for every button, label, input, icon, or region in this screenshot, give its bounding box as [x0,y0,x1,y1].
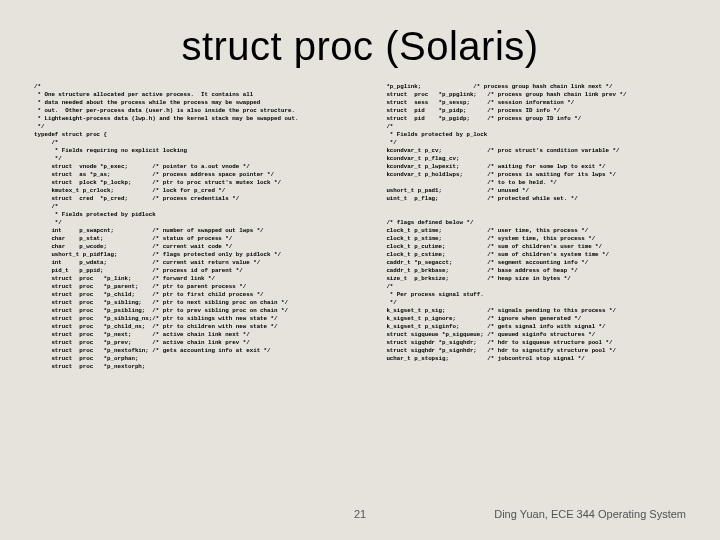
footer-credit: Ding Yuan, ECE 344 Operating System [494,508,686,520]
slide-title: struct proc (Solaris) [0,0,720,69]
code-left-column: /* * One structure allocated per active … [34,83,351,371]
code-columns: /* * One structure allocated per active … [0,69,720,371]
slide: struct proc (Solaris) /* * One structure… [0,0,720,540]
code-right-column: *p_pglink; /* process group hash chain l… [369,83,686,371]
